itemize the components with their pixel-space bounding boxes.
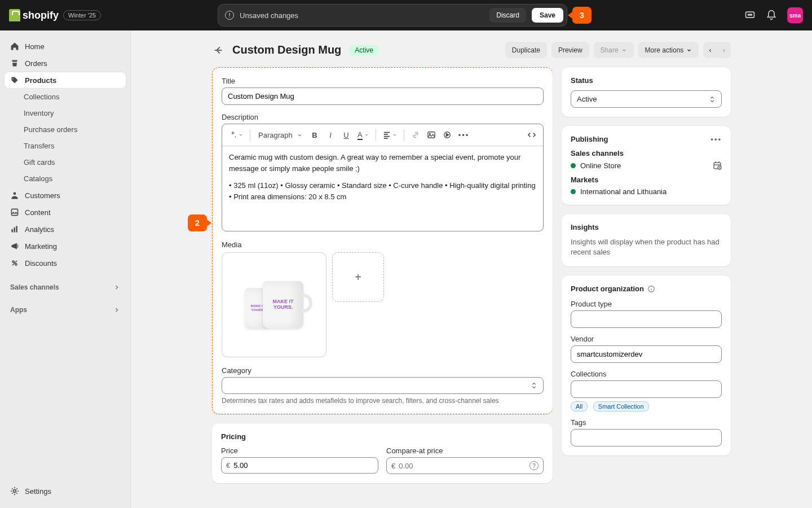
rte-code-button[interactable] bbox=[525, 128, 539, 142]
svg-rect-3 bbox=[11, 209, 17, 215]
collection-tag-all[interactable]: All bbox=[571, 401, 588, 411]
publishing-heading: Publishing bbox=[571, 135, 608, 143]
unsaved-message: Unsaved changes bbox=[240, 11, 484, 20]
category-hint: Determines tax rates and adds metafields… bbox=[222, 397, 544, 405]
compare-at-label: Compare-at price bbox=[386, 446, 544, 455]
nav-inventory[interactable]: Inventory bbox=[5, 106, 126, 121]
rte-link-button[interactable] bbox=[409, 128, 422, 142]
prev-product[interactable]: ‹ bbox=[703, 42, 717, 58]
discard-button[interactable]: Discard bbox=[489, 8, 526, 23]
page-title: Custom Design Mug bbox=[232, 43, 341, 56]
nav-marketing[interactable]: Marketing bbox=[5, 238, 126, 254]
nav-apps[interactable]: Apps bbox=[5, 303, 126, 317]
home-icon bbox=[10, 42, 19, 51]
pos-icon[interactable] bbox=[744, 10, 756, 21]
sidebar: Home Orders Products Collections Invento… bbox=[0, 30, 131, 508]
preview-button[interactable]: Preview bbox=[551, 42, 589, 58]
svg-point-8 bbox=[15, 264, 17, 265]
collection-tag-smart[interactable]: Smart Collection bbox=[593, 401, 649, 411]
more-actions-button[interactable]: More actions bbox=[638, 42, 699, 58]
price-input-wrap: € bbox=[221, 457, 378, 474]
category-select[interactable] bbox=[222, 377, 544, 394]
products-icon bbox=[10, 76, 19, 85]
rte-more-button[interactable]: ••• bbox=[456, 128, 472, 142]
category-label: Category bbox=[222, 366, 544, 375]
schedule-icon[interactable] bbox=[713, 161, 722, 170]
org-heading: Product organization bbox=[571, 284, 644, 293]
video-icon bbox=[443, 131, 451, 139]
svg-rect-4 bbox=[11, 229, 12, 233]
chevron-down-icon bbox=[297, 133, 302, 138]
price-input[interactable] bbox=[233, 461, 373, 470]
rte-image-button[interactable] bbox=[425, 128, 438, 142]
avatar[interactable]: sma bbox=[787, 7, 803, 23]
back-arrow-icon[interactable] bbox=[212, 44, 224, 56]
media-thumbnail[interactable]: MAKE IT YOURS. MAKE IT YOURS. bbox=[222, 252, 326, 357]
nav-home[interactable]: Home bbox=[5, 38, 126, 54]
svg-point-2 bbox=[14, 192, 16, 195]
nav-gift-cards[interactable]: Gift cards bbox=[5, 155, 126, 170]
nav-settings[interactable]: Settings bbox=[5, 483, 126, 499]
nav-transfers[interactable]: Transfers bbox=[5, 138, 126, 154]
svg-point-9 bbox=[14, 490, 16, 493]
rte-color-button[interactable]: A bbox=[355, 128, 371, 142]
mug-image-icon: MAKE IT YOURS. bbox=[263, 281, 303, 329]
nav-products[interactable]: Products bbox=[5, 72, 126, 88]
rte-paragraph-select[interactable]: Paragraph bbox=[255, 128, 306, 142]
insights-card: Insights Insights will display when the … bbox=[562, 214, 731, 266]
edition-pill: Winter '25 bbox=[63, 10, 101, 20]
next-product: › bbox=[717, 42, 731, 58]
info-icon[interactable] bbox=[647, 285, 655, 293]
gear-icon bbox=[10, 487, 19, 496]
collections-input[interactable] bbox=[571, 380, 722, 398]
nav-customers[interactable]: Customers bbox=[5, 187, 126, 203]
compare-input[interactable] bbox=[399, 462, 526, 470]
discounts-icon bbox=[10, 259, 19, 268]
description-textarea[interactable]: Ceramic mug with custom design. A great … bbox=[222, 146, 543, 231]
add-media-button[interactable]: + bbox=[332, 252, 384, 302]
nav-discounts[interactable]: Discounts bbox=[5, 255, 126, 271]
nav-collections[interactable]: Collections bbox=[5, 89, 126, 104]
rte-italic-button[interactable]: I bbox=[324, 128, 337, 142]
align-icon bbox=[383, 131, 391, 139]
marketing-icon bbox=[10, 242, 19, 251]
markets-value: International and Lithuania bbox=[571, 187, 667, 196]
page-header: Custom Design Mug Active Duplicate Previ… bbox=[212, 42, 731, 58]
chevron-down-icon bbox=[364, 133, 369, 137]
publishing-menu-icon[interactable]: ••• bbox=[710, 135, 722, 143]
chevron-right-icon bbox=[113, 284, 120, 291]
nav-catalogs[interactable]: Catalogs bbox=[5, 171, 126, 186]
channel-online-store: Online Store bbox=[571, 161, 621, 170]
pricing-heading: Pricing bbox=[221, 432, 544, 441]
desc-paragraph-1: Ceramic mug with custom design. A great … bbox=[229, 152, 536, 174]
nav-content[interactable]: Content bbox=[5, 204, 126, 220]
save-button[interactable]: Save bbox=[532, 8, 563, 23]
rte-ai-button[interactable] bbox=[227, 128, 245, 142]
callout-step-3: 3 bbox=[572, 7, 592, 24]
rte-bold-button[interactable]: B bbox=[308, 128, 321, 142]
select-icon bbox=[709, 95, 716, 103]
tags-input[interactable] bbox=[571, 429, 722, 446]
vendor-label: Vendor bbox=[571, 335, 722, 343]
nav-orders[interactable]: Orders bbox=[5, 55, 126, 71]
nav-analytics[interactable]: Analytics bbox=[5, 221, 126, 237]
status-heading: Status bbox=[571, 76, 722, 85]
notifications-icon[interactable] bbox=[766, 10, 777, 21]
rte-align-button[interactable] bbox=[381, 128, 399, 142]
product-type-input[interactable] bbox=[571, 310, 722, 328]
nav-sales-channels[interactable]: Sales channels bbox=[5, 280, 126, 295]
code-icon bbox=[528, 131, 536, 139]
status-badge: Active bbox=[349, 45, 379, 55]
nav-purchase-orders[interactable]: Purchase orders bbox=[5, 122, 126, 137]
main-content: Custom Design Mug Active Duplicate Previ… bbox=[131, 30, 812, 508]
rte-underline-button[interactable]: U bbox=[339, 128, 353, 142]
shopify-logo[interactable]: shopify bbox=[9, 9, 59, 21]
title-input[interactable] bbox=[222, 87, 544, 105]
publishing-card: Publishing••• Sales channels Online Stor… bbox=[562, 126, 731, 205]
status-select[interactable]: Active bbox=[571, 90, 722, 108]
tags-label: Tags bbox=[571, 418, 722, 427]
rte-video-button[interactable] bbox=[440, 128, 454, 142]
help-icon[interactable]: ? bbox=[529, 461, 539, 470]
vendor-input[interactable] bbox=[571, 345, 722, 363]
duplicate-button[interactable]: Duplicate bbox=[505, 42, 547, 58]
